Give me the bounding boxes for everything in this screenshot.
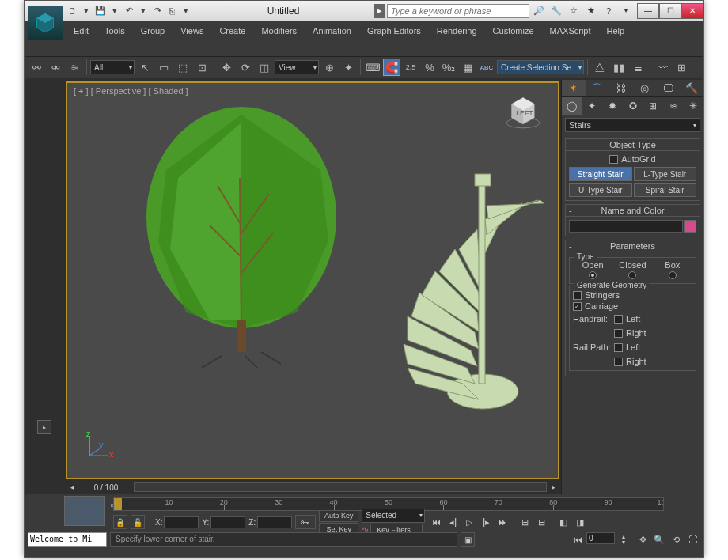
object-name-input[interactable] <box>569 220 683 233</box>
named-selection-dropdown[interactable]: Create Selection Se <box>497 60 584 74</box>
subtab-geometry-icon[interactable]: ◯ <box>562 97 582 115</box>
maxview-icon[interactable]: ◨ <box>572 515 588 529</box>
type-closed[interactable]: Closed <box>612 260 652 281</box>
schematic-icon[interactable]: ⊞ <box>673 59 690 76</box>
tab-utilities-icon[interactable]: 🔨 <box>680 80 703 96</box>
tab-motion-icon[interactable]: ◎ <box>632 80 656 96</box>
menu-modifiers[interactable]: Modifiers <box>253 25 305 39</box>
menu-help[interactable]: Help <box>599 25 639 39</box>
expand-trackbar-button[interactable]: ▸ <box>37 420 51 434</box>
save-icon[interactable]: 💾 <box>94 5 107 17</box>
angle-snap-icon[interactable]: 2.5 <box>402 59 419 76</box>
pivot-icon[interactable]: ⊕ <box>320 59 338 76</box>
percent-snap-icon[interactable]: % <box>421 59 438 76</box>
tab-create[interactable]: ✶ <box>562 80 586 96</box>
link-icon[interactable]: ⚯ <box>28 59 45 76</box>
type-box[interactable]: Box <box>653 260 692 281</box>
move-icon[interactable]: ✥ <box>218 59 235 76</box>
menu-animation[interactable]: Animation <box>305 25 359 39</box>
menu-edit[interactable]: Edit <box>66 25 97 39</box>
selection-lock-icon[interactable]: 🔓 <box>131 515 145 529</box>
next-frame-icon[interactable]: ǀ▸ <box>478 515 494 529</box>
rotate-icon[interactable]: ⟳ <box>237 59 254 76</box>
minimize-button[interactable]: — <box>637 3 659 19</box>
autogrid-checkbox[interactable] <box>609 155 618 164</box>
manip-icon[interactable]: ✦ <box>339 59 357 76</box>
align-icon[interactable]: ▮▮ <box>610 59 628 76</box>
btn-spiral-stair[interactable]: Spiral Stair <box>634 183 697 197</box>
btn-straight-stair[interactable]: Straight Stair <box>569 167 632 181</box>
orbit-icon[interactable]: ⟲ <box>668 532 684 547</box>
menu-rendering[interactable]: Rendering <box>429 25 485 39</box>
chk-stringers-row[interactable]: Stringers <box>573 290 692 300</box>
help-icon[interactable]: ? <box>602 5 615 17</box>
save-dd-icon[interactable]: ▾ <box>108 5 121 17</box>
rollout-header-parameters[interactable]: -Parameters <box>565 240 700 252</box>
chk-carriage-row[interactable]: Carriage <box>573 301 692 311</box>
keytoggle-icon[interactable]: ⊟ <box>533 515 549 529</box>
unlink-icon[interactable]: ⚮ <box>47 59 64 76</box>
scroll-left-icon[interactable]: ◂ <box>66 483 78 491</box>
refcoord-dropdown[interactable]: View <box>275 60 319 74</box>
link-icon[interactable]: ⎘ <box>165 5 178 17</box>
window-crossing-icon[interactable]: ⊡ <box>193 59 210 76</box>
menu-grapheditors[interactable]: Graph Editors <box>359 25 429 39</box>
subtab-shapes-icon[interactable]: ✦ <box>582 97 603 115</box>
named-sel-icon[interactable]: ABC <box>478 59 495 76</box>
isolate-icon[interactable]: ◧ <box>555 515 571 529</box>
prev-frame-icon[interactable]: ◂ǀ <box>445 515 461 529</box>
select-name-icon[interactable]: ▭ <box>155 59 173 76</box>
chk-railpath-right-row[interactable]: Right <box>614 357 692 366</box>
key-icon[interactable]: 🔧 <box>550 5 563 17</box>
chk-stringers[interactable] <box>573 291 582 300</box>
select-icon[interactable]: ↖ <box>136 59 154 76</box>
zoom-icon[interactable]: 🔍 <box>651 532 667 547</box>
play-icon[interactable]: ▷ <box>461 515 477 529</box>
snap-toggle-icon[interactable]: 🧲 <box>383 59 400 76</box>
spinner-icon[interactable]: ▴▾ <box>616 532 631 547</box>
color-swatch[interactable] <box>684 220 696 233</box>
undo-dd-icon[interactable]: ▾ <box>137 5 150 17</box>
pan-icon[interactable]: ✥ <box>635 532 650 547</box>
spinner-snap-icon[interactable]: %₂ <box>440 59 457 76</box>
comm-center-icon[interactable]: ▣ <box>461 532 475 547</box>
selection-filter-dropdown[interactable]: All <box>90 60 135 74</box>
x-input[interactable] <box>164 516 199 528</box>
curve-editor-icon[interactable]: 〰 <box>654 59 671 76</box>
subtab-spacewarps-icon[interactable]: ≋ <box>663 97 684 115</box>
bind-icon[interactable]: ≋ <box>66 59 83 76</box>
scroll-right-icon[interactable]: ▸ <box>547 483 559 491</box>
chk-railpath-right[interactable] <box>614 358 623 366</box>
goto-end-icon[interactable]: ⏭ <box>495 515 510 529</box>
search-go-icon[interactable]: ▸ <box>374 4 385 18</box>
maximize-vp-icon[interactable]: ⛶ <box>684 532 700 547</box>
close-button[interactable]: ✕ <box>681 3 703 19</box>
open-icon[interactable]: ▾ <box>80 5 93 17</box>
btn-ltype-stair[interactable]: L-Type Stair <box>634 167 697 181</box>
mirror-icon[interactable]: ⧋ <box>591 59 609 76</box>
subtab-cameras-icon[interactable]: ✪ <box>623 97 643 115</box>
menu-tools[interactable]: Tools <box>97 25 133 39</box>
menu-create[interactable]: Create <box>211 25 253 39</box>
help-search-input[interactable] <box>387 4 529 18</box>
rollout-header-object-type[interactable]: -Object Type <box>565 138 700 151</box>
viewcube[interactable]: LEFT <box>504 93 542 131</box>
favorite-icon[interactable]: ★ <box>585 5 597 17</box>
category-dropdown[interactable]: Stairs <box>565 118 700 132</box>
spiral-stair-object[interactable] <box>360 146 550 415</box>
chk-railpath-left[interactable] <box>614 343 623 352</box>
y-input[interactable] <box>210 516 245 528</box>
tab-hierarchy-icon[interactable]: ⛓ <box>609 80 633 96</box>
viewport-label[interactable]: [ + ] [ Perspective ] [ Shaded ] <box>74 86 188 96</box>
help-dd-icon[interactable]: ▾ <box>620 5 632 17</box>
lock-icon[interactable]: 🔒 <box>113 515 127 529</box>
menu-customize[interactable]: Customize <box>485 25 542 39</box>
subtab-systems-icon[interactable]: ✳ <box>683 97 703 115</box>
goto-start2-icon[interactable]: ⏮ <box>570 532 586 547</box>
menu-group[interactable]: Group <box>133 25 173 39</box>
tab-display-icon[interactable]: 🖵 <box>656 80 680 96</box>
current-frame-input[interactable] <box>586 532 615 544</box>
menu-maxscript[interactable]: MAXScript <box>542 25 599 39</box>
binoculars-icon[interactable]: 🔎 <box>533 5 545 17</box>
keyboard-icon[interactable]: ⌨ <box>364 59 381 76</box>
